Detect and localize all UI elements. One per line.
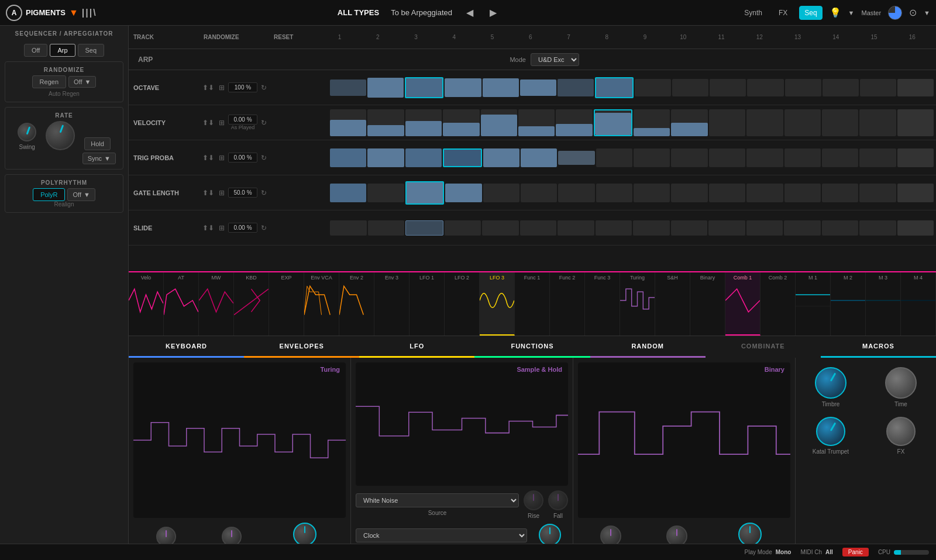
step-cell[interactable] <box>445 78 481 97</box>
step-cell[interactable] <box>634 184 670 202</box>
tab-random[interactable]: RANDOM <box>590 336 706 358</box>
step-cell[interactable] <box>483 184 519 202</box>
step-cell[interactable] <box>367 78 404 98</box>
seq-mode-btn[interactable]: Seq <box>78 44 105 57</box>
vel-step[interactable] <box>859 109 896 136</box>
step-cell[interactable] <box>330 148 366 167</box>
time-knob[interactable] <box>885 367 917 399</box>
vel-step[interactable] <box>443 109 479 136</box>
mod-comb1[interactable]: Comb 1 <box>725 272 760 336</box>
sh-trigger-dropdown[interactable]: Clock <box>356 528 527 542</box>
trig-grid-icon[interactable]: ⊞ <box>218 153 226 163</box>
synth-btn[interactable]: Synth <box>739 6 767 19</box>
step-cell[interactable] <box>558 79 594 96</box>
mod-func2[interactable]: Func 2 <box>550 272 585 336</box>
mod-sh[interactable]: S&H <box>655 272 690 336</box>
step-cell[interactable] <box>558 220 594 236</box>
prev-arrow[interactable]: ◀ <box>464 5 476 20</box>
step-cell[interactable] <box>520 220 557 236</box>
vel-step[interactable] <box>367 109 404 136</box>
swing-knob[interactable] <box>18 123 36 141</box>
step-cell[interactable] <box>708 220 745 236</box>
step-cell[interactable] <box>709 148 745 167</box>
step-cell[interactable] <box>635 79 671 96</box>
step-cell[interactable] <box>897 148 934 167</box>
vel-step[interactable] <box>634 109 670 136</box>
step-cell[interactable] <box>443 148 481 167</box>
octave-reset-icon[interactable]: ↻ <box>260 82 268 93</box>
step-cell[interactable] <box>822 148 858 167</box>
step-cell[interactable] <box>671 184 707 202</box>
step-cell[interactable] <box>405 220 443 236</box>
step-cell[interactable] <box>784 184 821 202</box>
mod-m4[interactable]: M 4 <box>901 272 936 336</box>
mod-env-vca[interactable]: Env VCA <box>304 272 339 336</box>
step-cell[interactable] <box>596 220 632 236</box>
vel-step[interactable] <box>709 109 745 136</box>
slide-updown-icon[interactable]: ⬆⬇ <box>201 223 215 233</box>
step-cell[interactable] <box>595 77 634 98</box>
menu-icon[interactable]: |||\ <box>82 8 97 18</box>
step-cell[interactable] <box>672 79 708 96</box>
global-dropdown[interactable]: ▼ <box>924 9 930 16</box>
step-cell[interactable] <box>823 79 859 96</box>
fx-knob[interactable] <box>886 417 916 446</box>
turing-rate-knob[interactable] <box>293 523 316 546</box>
sh-fall-knob[interactable] <box>548 490 568 510</box>
step-cell[interactable] <box>596 148 632 167</box>
vel-step[interactable] <box>405 109 442 136</box>
vel-step[interactable] <box>330 109 366 136</box>
step-cell[interactable] <box>897 79 934 96</box>
step-cell[interactable] <box>860 79 896 96</box>
step-cell[interactable] <box>859 148 896 167</box>
mod-m3[interactable]: M 3 <box>866 272 901 336</box>
mod-turing[interactable]: Turing <box>620 272 655 336</box>
mod-func1[interactable]: Func 1 <box>515 272 550 336</box>
step-cell[interactable] <box>367 184 404 202</box>
octave-up-icon[interactable]: ⬆⬇ <box>201 82 215 93</box>
tab-macros[interactable]: MACROS <box>821 336 936 358</box>
gate-grid-icon[interactable]: ⊞ <box>218 188 226 198</box>
step-cell[interactable] <box>784 220 821 236</box>
step-cell[interactable] <box>747 79 783 96</box>
step-cell[interactable] <box>368 220 405 236</box>
step-cell[interactable] <box>671 148 707 167</box>
mod-at[interactable]: AT <box>164 272 199 336</box>
step-cell[interactable] <box>671 220 708 236</box>
dropdown-icon[interactable]: ▼ <box>848 9 855 16</box>
step-cell[interactable] <box>405 148 442 167</box>
sh-source-dropdown[interactable]: White Noise <box>356 493 519 507</box>
step-cell[interactable] <box>367 148 404 167</box>
step-cell[interactable] <box>521 148 557 167</box>
mod-func3[interactable]: Func 3 <box>585 272 620 336</box>
mod-lfo2[interactable]: LFO 2 <box>445 272 480 336</box>
step-cell[interactable] <box>633 220 670 236</box>
vel-grid-icon[interactable]: ⊞ <box>218 117 226 128</box>
step-cell[interactable] <box>709 184 745 202</box>
vel-reset-icon[interactable]: ↻ <box>260 117 268 128</box>
hold-btn[interactable]: Hold <box>84 137 111 150</box>
mod-lfo3[interactable]: LFO 3 <box>480 272 515 336</box>
polyr-btn[interactable]: PolyR <box>33 188 65 201</box>
tab-keyboard[interactable]: KEYBOARD <box>129 336 244 358</box>
step-cell[interactable] <box>558 151 594 165</box>
tab-functions[interactable]: FUNCTIONS <box>474 336 590 358</box>
fx-btn[interactable]: FX <box>774 6 792 19</box>
gate-updown-icon[interactable]: ⬆⬇ <box>201 188 215 198</box>
tab-lfo[interactable]: LFO <box>359 336 474 358</box>
octave-grid-icon[interactable]: ⊞ <box>218 82 226 93</box>
tab-envelopes[interactable]: ENVELOPES <box>244 336 359 358</box>
vel-step[interactable] <box>594 109 632 136</box>
step-cell[interactable] <box>330 79 366 96</box>
step-cell[interactable] <box>746 148 783 167</box>
step-cell[interactable] <box>596 184 632 202</box>
step-cell[interactable] <box>746 184 783 202</box>
step-cell[interactable] <box>785 79 821 96</box>
katal-knob[interactable] <box>816 417 845 446</box>
vel-step[interactable] <box>481 109 517 136</box>
panic-btn[interactable]: Panic <box>842 548 869 556</box>
trig-reset-icon[interactable]: ↻ <box>260 153 268 163</box>
poly-off-dropdown[interactable]: Off ▼ <box>67 188 95 201</box>
vel-step[interactable] <box>556 109 592 136</box>
step-cell[interactable] <box>710 79 746 96</box>
